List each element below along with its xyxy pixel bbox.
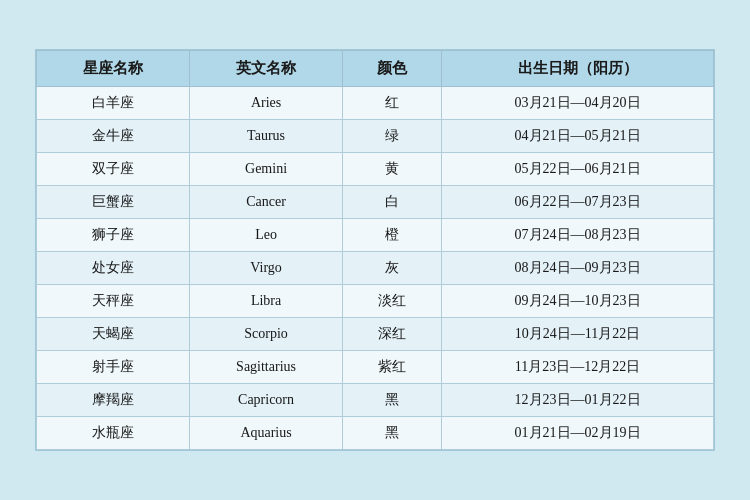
cell-dates: 10月24日—11月22日 bbox=[442, 318, 714, 351]
cell-chinese-name: 天秤座 bbox=[37, 285, 190, 318]
cell-dates: 01月21日—02月19日 bbox=[442, 417, 714, 450]
table-row: 天蝎座Scorpio深红10月24日—11月22日 bbox=[37, 318, 714, 351]
header-color: 颜色 bbox=[343, 51, 442, 87]
table-row: 天秤座Libra淡红09月24日—10月23日 bbox=[37, 285, 714, 318]
cell-english-name: Aries bbox=[190, 87, 343, 120]
cell-english-name: Capricorn bbox=[190, 384, 343, 417]
cell-chinese-name: 白羊座 bbox=[37, 87, 190, 120]
cell-dates: 07月24日—08月23日 bbox=[442, 219, 714, 252]
cell-color: 黑 bbox=[343, 384, 442, 417]
cell-color: 黑 bbox=[343, 417, 442, 450]
table-row: 狮子座Leo橙07月24日—08月23日 bbox=[37, 219, 714, 252]
table-row: 金牛座Taurus绿04月21日—05月21日 bbox=[37, 120, 714, 153]
cell-color: 黄 bbox=[343, 153, 442, 186]
cell-color: 白 bbox=[343, 186, 442, 219]
cell-english-name: Virgo bbox=[190, 252, 343, 285]
table-row: 白羊座Aries红03月21日—04月20日 bbox=[37, 87, 714, 120]
cell-color: 绿 bbox=[343, 120, 442, 153]
table-row: 巨蟹座Cancer白06月22日—07月23日 bbox=[37, 186, 714, 219]
cell-english-name: Scorpio bbox=[190, 318, 343, 351]
cell-chinese-name: 处女座 bbox=[37, 252, 190, 285]
cell-chinese-name: 水瓶座 bbox=[37, 417, 190, 450]
header-chinese-name: 星座名称 bbox=[37, 51, 190, 87]
cell-english-name: Sagittarius bbox=[190, 351, 343, 384]
cell-color: 深红 bbox=[343, 318, 442, 351]
cell-chinese-name: 巨蟹座 bbox=[37, 186, 190, 219]
header-english-name: 英文名称 bbox=[190, 51, 343, 87]
cell-chinese-name: 射手座 bbox=[37, 351, 190, 384]
header-dates: 出生日期（阳历） bbox=[442, 51, 714, 87]
cell-color: 淡红 bbox=[343, 285, 442, 318]
cell-chinese-name: 双子座 bbox=[37, 153, 190, 186]
cell-english-name: Leo bbox=[190, 219, 343, 252]
cell-chinese-name: 金牛座 bbox=[37, 120, 190, 153]
zodiac-table-container: 星座名称 英文名称 颜色 出生日期（阳历） 白羊座Aries红03月21日—04… bbox=[35, 49, 715, 451]
cell-english-name: Taurus bbox=[190, 120, 343, 153]
cell-dates: 12月23日—01月22日 bbox=[442, 384, 714, 417]
table-row: 双子座Gemini黄05月22日—06月21日 bbox=[37, 153, 714, 186]
cell-chinese-name: 狮子座 bbox=[37, 219, 190, 252]
cell-color: 红 bbox=[343, 87, 442, 120]
table-row: 处女座Virgo灰08月24日—09月23日 bbox=[37, 252, 714, 285]
cell-dates: 11月23日—12月22日 bbox=[442, 351, 714, 384]
cell-english-name: Cancer bbox=[190, 186, 343, 219]
cell-dates: 04月21日—05月21日 bbox=[442, 120, 714, 153]
cell-dates: 06月22日—07月23日 bbox=[442, 186, 714, 219]
cell-dates: 09月24日—10月23日 bbox=[442, 285, 714, 318]
cell-chinese-name: 天蝎座 bbox=[37, 318, 190, 351]
zodiac-table: 星座名称 英文名称 颜色 出生日期（阳历） 白羊座Aries红03月21日—04… bbox=[36, 50, 714, 450]
table-header-row: 星座名称 英文名称 颜色 出生日期（阳历） bbox=[37, 51, 714, 87]
cell-color: 灰 bbox=[343, 252, 442, 285]
cell-english-name: Libra bbox=[190, 285, 343, 318]
cell-chinese-name: 摩羯座 bbox=[37, 384, 190, 417]
cell-dates: 05月22日—06月21日 bbox=[442, 153, 714, 186]
cell-dates: 08月24日—09月23日 bbox=[442, 252, 714, 285]
table-row: 射手座Sagittarius紫红11月23日—12月22日 bbox=[37, 351, 714, 384]
cell-dates: 03月21日—04月20日 bbox=[442, 87, 714, 120]
table-row: 水瓶座Aquarius黑01月21日—02月19日 bbox=[37, 417, 714, 450]
cell-english-name: Gemini bbox=[190, 153, 343, 186]
cell-english-name: Aquarius bbox=[190, 417, 343, 450]
cell-color: 橙 bbox=[343, 219, 442, 252]
cell-color: 紫红 bbox=[343, 351, 442, 384]
table-row: 摩羯座Capricorn黑12月23日—01月22日 bbox=[37, 384, 714, 417]
table-body: 白羊座Aries红03月21日—04月20日金牛座Taurus绿04月21日—0… bbox=[37, 87, 714, 450]
